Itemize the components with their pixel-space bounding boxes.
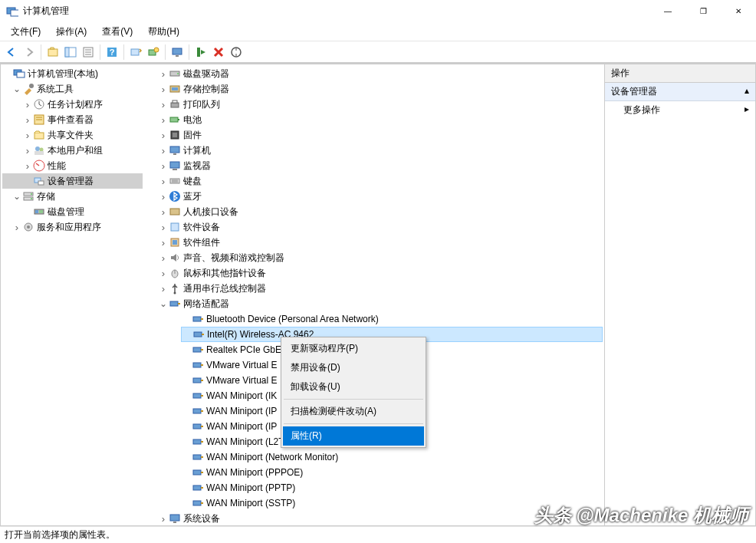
svg-rect-54 — [173, 169, 177, 170]
svg-rect-60 — [171, 223, 179, 231]
statusbar: 打开当前选择项的属性表。 — [0, 526, 756, 543]
tree-shared-folders[interactable]: 共享文件夹 — [2, 127, 143, 143]
menu-view[interactable]: 查看(V) — [94, 24, 140, 40]
maximize-button[interactable]: ❐ — [685, 0, 721, 23]
ctx-uninstall-device[interactable]: 卸载设备(U) — [283, 377, 424, 397]
tree-storage[interactable]: 存储 — [2, 189, 143, 204]
svg-point-35 — [31, 198, 32, 199]
cat-disk-drives[interactable]: 磁盘驱动器 — [158, 66, 603, 81]
nic-icon — [192, 359, 204, 371]
device-manager-icon — [33, 175, 45, 187]
enable-button[interactable] — [192, 44, 209, 61]
tree-disk-mgmt[interactable]: 磁盘管理 — [2, 204, 143, 219]
properties-button[interactable] — [80, 44, 97, 61]
ctx-properties[interactable]: 属性(R) — [283, 426, 424, 446]
software-dev-icon — [169, 221, 181, 233]
show-hide-tree-button[interactable] — [62, 44, 79, 61]
svg-rect-95 — [173, 522, 176, 523]
svg-rect-77 — [201, 380, 203, 381]
back-button[interactable] — [3, 44, 20, 61]
svg-rect-2 — [48, 49, 58, 56]
svg-rect-37 — [35, 210, 38, 213]
update-driver-button[interactable] — [145, 44, 162, 61]
device-tree[interactable]: 磁盘驱动器 存储控制器 打印队列 电池 固件 计算机 监视器 键盘 蓝牙 人机接… — [144, 64, 604, 525]
network-adapter-item[interactable]: WAN Miniport (Network Monitor) — [181, 449, 603, 465]
cat-computer[interactable]: 计算机 — [158, 143, 603, 158]
device-label: VMware Virtual E — [206, 375, 277, 386]
menu-help[interactable]: 帮助(H) — [140, 24, 187, 40]
help-button[interactable]: ? — [104, 44, 120, 61]
cat-print-queues[interactable]: 打印队列 — [158, 97, 603, 112]
cat-sound[interactable]: 声音、视频和游戏控制器 — [158, 250, 603, 265]
svg-rect-79 — [201, 395, 203, 397]
svg-rect-1 — [11, 10, 18, 16]
tree-services[interactable]: 服务和应用程序 — [2, 219, 143, 235]
tree-local-users[interactable]: 本地用户和组 — [2, 143, 143, 158]
device-label: Realtek PCIe GbE — [206, 344, 281, 355]
monitor-button[interactable] — [169, 44, 186, 61]
tree-task-scheduler[interactable]: 任务计划程序 — [2, 97, 143, 112]
tree-root[interactable]: 计算机管理(本地) — [2, 66, 143, 81]
refresh-button[interactable] — [228, 44, 245, 61]
ctx-scan-hardware[interactable]: 扫描检测硬件改动(A) — [283, 402, 424, 421]
svg-rect-94 — [170, 515, 179, 521]
ctx-separator — [284, 423, 423, 424]
device-label: Bluetooth Device (Personal Area Network) — [206, 314, 379, 324]
minimize-button[interactable]: — — [650, 0, 685, 23]
cat-bluetooth[interactable]: 蓝牙 — [158, 189, 603, 204]
console-tree[interactable]: 计算机管理(本地) 系统工具 任务计划程序 事件查看器 共享文件夹 本地用户和组… — [1, 64, 144, 525]
actions-section[interactable]: 设备管理器▴ — [605, 83, 755, 101]
network-adapter-item[interactable]: WAN Miniport (PPPOE) — [181, 465, 603, 480]
tree-device-manager[interactable]: 设备管理器 — [2, 173, 143, 189]
svg-rect-84 — [193, 439, 201, 444]
cat-firmware[interactable]: 固件 — [158, 127, 603, 143]
cat-batteries[interactable]: 电池 — [158, 112, 603, 127]
tools-icon — [22, 83, 35, 95]
cat-software-devices[interactable]: 软件设备 — [158, 219, 603, 235]
svg-rect-72 — [193, 347, 201, 352]
network-adapter-item[interactable]: WAN Miniport (PPTP) — [181, 480, 603, 495]
usb-icon — [169, 282, 181, 295]
network-adapter-item[interactable]: Bluetooth Device (Personal Area Network) — [181, 311, 603, 327]
up-button[interactable] — [44, 44, 61, 61]
tree-event-viewer[interactable]: 事件查看器 — [2, 112, 143, 127]
cat-usb[interactable]: 通用串行总线控制器 — [158, 281, 603, 296]
menu-action[interactable]: 操作(A) — [48, 24, 94, 40]
svg-point-65 — [174, 292, 176, 295]
cat-monitors[interactable]: 监视器 — [158, 158, 603, 173]
cat-keyboards[interactable]: 键盘 — [158, 173, 603, 189]
titlebar: 计算机管理 — ❐ ✕ — [0, 0, 756, 23]
svg-point-26 — [35, 146, 40, 151]
device-label: WAN Miniport (SSTP) — [206, 498, 295, 508]
svg-rect-53 — [170, 162, 179, 168]
cat-mice[interactable]: 鼠标和其他指针设备 — [158, 265, 603, 281]
uninstall-button[interactable] — [210, 44, 227, 61]
svg-rect-31 — [38, 181, 44, 185]
svg-rect-15 — [176, 55, 179, 57]
device-label: WAN Miniport (Network Monitor) — [206, 452, 338, 462]
cat-software-components[interactable]: 软件组件 — [158, 235, 603, 250]
storage-icon — [22, 190, 35, 202]
svg-rect-52 — [173, 153, 176, 155]
tree-performance[interactable]: 性能 — [2, 158, 143, 173]
ctx-update-driver[interactable]: 更新驱动程序(P) — [283, 339, 424, 358]
tree-system-tools[interactable]: 系统工具 — [2, 81, 143, 97]
menu-file[interactable]: 文件(F) — [3, 24, 48, 40]
svg-rect-76 — [193, 378, 201, 383]
software-comp-icon — [169, 236, 181, 248]
svg-rect-74 — [193, 363, 201, 367]
cat-storage-controllers[interactable]: 存储控制器 — [158, 81, 603, 97]
nic-icon — [192, 451, 204, 463]
close-button[interactable]: ✕ — [721, 0, 756, 23]
svg-rect-75 — [201, 364, 203, 366]
cat-network-adapters[interactable]: 网络适配器 — [158, 296, 603, 311]
nic-icon — [192, 328, 205, 341]
forward-button[interactable] — [21, 44, 38, 61]
scan-button[interactable] — [127, 44, 144, 61]
actions-more[interactable]: 更多操作▸ — [605, 101, 755, 119]
svg-rect-55 — [170, 179, 179, 183]
svg-rect-67 — [178, 303, 180, 304]
svg-rect-62 — [173, 240, 177, 245]
ctx-disable-device[interactable]: 禁用设备(D) — [283, 358, 424, 377]
cat-hid[interactable]: 人机接口设备 — [158, 204, 603, 219]
